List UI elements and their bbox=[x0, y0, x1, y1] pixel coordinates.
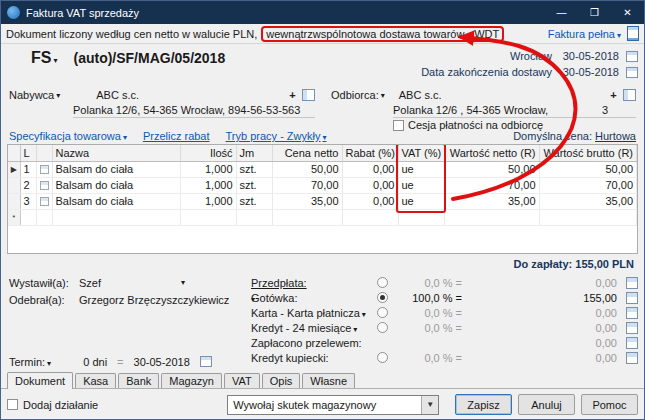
new-row[interactable]: * bbox=[8, 209, 637, 225]
item-name-cell[interactable]: Balsam do ciała bbox=[52, 177, 180, 193]
payment-radio[interactable] bbox=[377, 352, 388, 363]
work-mode-link[interactable]: Tryb pracy - Zwykły▾ bbox=[226, 130, 327, 142]
item-qty-cell[interactable]: 1,000 bbox=[180, 161, 236, 177]
calculator-icon[interactable] bbox=[626, 292, 638, 304]
payment-amount[interactable]: 0,00 bbox=[466, 337, 622, 349]
contractor-list-icon[interactable] bbox=[302, 89, 315, 101]
term-label[interactable]: Termin:▾ bbox=[9, 356, 51, 368]
col-unit[interactable]: Jm bbox=[236, 145, 272, 161]
item-vat-cell[interactable]: ue bbox=[398, 177, 444, 193]
spec-link[interactable]: Specyfikacja towarowa▾ bbox=[9, 130, 127, 142]
table-row[interactable]: 3Balsam do ciała1,000szt.35,000,00ue35,0… bbox=[8, 193, 637, 209]
buyer-label[interactable]: Nabywca bbox=[9, 89, 54, 101]
default-price[interactable]: Domyślna cena:Hurtowa bbox=[513, 130, 636, 142]
payment-percent[interactable]: 0,0 % = bbox=[392, 277, 462, 289]
calculator-icon[interactable] bbox=[626, 352, 638, 364]
item-discount-cell[interactable]: 0,00 bbox=[342, 193, 398, 209]
doc-number[interactable]: (auto)/SF/MAG/05/2018 bbox=[73, 50, 225, 66]
contractor-list-icon[interactable] bbox=[623, 89, 636, 101]
item-name-cell[interactable]: Balsam do ciała bbox=[52, 161, 180, 177]
payment-label[interactable]: Karta - Karta płatnicza▾ bbox=[251, 307, 373, 319]
payment-percent[interactable]: 0,0 % = bbox=[392, 352, 462, 364]
item-net-price-cell[interactable]: 50,00 bbox=[272, 161, 342, 177]
payment-amount[interactable]: 0,00 bbox=[466, 277, 622, 289]
payment-amount[interactable]: 0,00 bbox=[466, 307, 622, 319]
recipient-address-field[interactable]: Polanka 12/6 , 54-365 Wrocław, bbox=[393, 104, 602, 116]
item-discount-cell[interactable]: 0,00 bbox=[342, 161, 398, 177]
recipient-label[interactable]: Odbiorca: bbox=[331, 89, 379, 101]
payment-label[interactable]: Zapłacono przelewem: bbox=[251, 337, 373, 349]
tab-magazyn[interactable]: Magazyn bbox=[161, 373, 222, 388]
new-row-marker[interactable]: * bbox=[8, 209, 20, 225]
item-gross-value-cell[interactable]: 70,00 bbox=[539, 177, 637, 193]
col-vat[interactable]: VAT (%) bbox=[398, 145, 444, 161]
payment-radio[interactable] bbox=[377, 322, 388, 333]
cession-checkbox[interactable] bbox=[393, 120, 404, 131]
tab-opis[interactable]: Opis bbox=[262, 373, 301, 388]
recipient-address-number-field[interactable]: 3 bbox=[602, 104, 636, 116]
receiver-field[interactable]: Grzegorz Brzęczyszczykiewicz▾ bbox=[79, 294, 255, 306]
payment-percent[interactable]: 0,0 % = bbox=[392, 307, 462, 319]
issue-date-field[interactable]: 30-05-2018 bbox=[559, 50, 619, 62]
table-row[interactable]: ▶1Balsam do ciała1,000szt.50,000,00ue50,… bbox=[8, 161, 637, 177]
invoice-type-link[interactable]: Faktura pełna▾ bbox=[548, 28, 621, 40]
payment-radio[interactable] bbox=[377, 307, 388, 318]
cancel-button[interactable]: Anuluj bbox=[518, 394, 575, 415]
calculator-icon[interactable] bbox=[626, 322, 638, 334]
calendar-icon[interactable] bbox=[200, 356, 212, 367]
calendar-icon[interactable] bbox=[626, 51, 638, 62]
tab-kasa[interactable]: Kasa bbox=[75, 373, 116, 388]
col-name[interactable]: Nazwa bbox=[52, 145, 180, 161]
item-net-value-cell[interactable]: 35,00 bbox=[444, 193, 539, 209]
tab-bank[interactable]: Bank bbox=[118, 373, 159, 388]
chevron-down-icon[interactable]: ▼ bbox=[421, 396, 438, 414]
col-qty[interactable]: Ilość bbox=[180, 145, 236, 161]
col-net-price[interactable]: Cena netto bbox=[272, 145, 342, 161]
buyer-address-field[interactable]: Polanka 12/6, 54-365 Wrocław, 894-56-53-… bbox=[73, 104, 315, 116]
item-discount-cell[interactable]: 0,00 bbox=[342, 177, 398, 193]
payment-amount[interactable]: 0,00 bbox=[466, 352, 622, 364]
document-icon[interactable] bbox=[627, 26, 639, 41]
maximize-button[interactable]: ❐ bbox=[578, 1, 611, 24]
item-gross-value-cell[interactable]: 50,00 bbox=[539, 161, 637, 177]
recalc-discount-link[interactable]: Przelicz rabat bbox=[143, 130, 210, 142]
add-recipient-button[interactable]: + bbox=[607, 89, 620, 101]
tab-dokument[interactable]: Dokument bbox=[7, 372, 73, 389]
calculator-icon[interactable] bbox=[626, 277, 638, 289]
help-button[interactable]: Pomoc bbox=[581, 394, 638, 415]
payment-percent[interactable]: 0,0 % = bbox=[392, 322, 462, 334]
recipient-name-field[interactable]: ABC s.c. bbox=[399, 89, 442, 101]
add-buyer-button[interactable]: + bbox=[286, 89, 299, 101]
city-field[interactable]: Wrocław bbox=[510, 50, 552, 62]
item-unit-cell[interactable]: szt. bbox=[236, 193, 272, 209]
item-vat-cell[interactable]: ue bbox=[398, 161, 444, 177]
chevron-down-icon[interactable]: ▾ bbox=[56, 91, 60, 100]
close-button[interactable]: ✕ bbox=[611, 1, 644, 24]
term-days-field[interactable]: 0 dni bbox=[61, 356, 107, 368]
table-row[interactable]: 2Balsam do ciała1,000szt.70,000,00ue70,0… bbox=[8, 177, 637, 193]
chevron-down-icon[interactable]: ▾ bbox=[381, 91, 385, 100]
calculator-icon[interactable] bbox=[626, 337, 638, 349]
item-name-cell[interactable]: Balsam do ciała bbox=[52, 193, 180, 209]
col-gross-value[interactable]: Wartość brutto (R) bbox=[539, 145, 637, 161]
term-date-field[interactable]: 30-05-2018 bbox=[134, 356, 190, 368]
payment-label[interactable]: Gotówka: bbox=[251, 292, 373, 304]
payment-radio[interactable] bbox=[377, 277, 388, 288]
col-flag[interactable] bbox=[36, 145, 52, 161]
payment-label[interactable]: Przedpłata: bbox=[251, 277, 373, 289]
row-selector[interactable] bbox=[8, 177, 20, 193]
item-vat-cell[interactable]: ue bbox=[398, 193, 444, 209]
doc-type-selector[interactable]: FS bbox=[31, 49, 51, 67]
item-gross-value-cell[interactable]: 35,00 bbox=[539, 193, 637, 209]
col-lp[interactable]: L bbox=[20, 145, 36, 161]
col-discount[interactable]: Rabat (%) bbox=[342, 145, 398, 161]
item-qty-cell[interactable]: 1,000 bbox=[180, 193, 236, 209]
payment-label[interactable]: Kredyt kupiecki: bbox=[251, 352, 373, 364]
col-select[interactable] bbox=[8, 145, 20, 161]
issuer-field[interactable]: Szef▾ bbox=[79, 277, 185, 289]
col-net-value[interactable]: Wartość netto (R) bbox=[444, 145, 539, 161]
item-unit-cell[interactable]: szt. bbox=[236, 161, 272, 177]
item-qty-cell[interactable]: 1,000 bbox=[180, 177, 236, 193]
chevron-down-icon[interactable]: ▾ bbox=[53, 56, 57, 65]
save-button[interactable]: Zapisz bbox=[455, 394, 512, 415]
